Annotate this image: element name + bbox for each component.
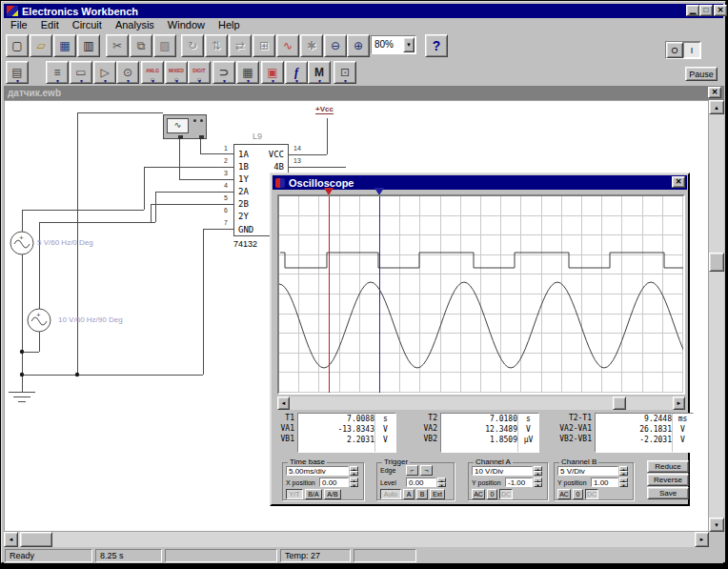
sources-bin-button[interactable]: ≡▼	[46, 61, 69, 84]
scroll-left-arrow[interactable]: ◄	[4, 532, 18, 547]
level-spinner[interactable]: ▲▼	[437, 478, 446, 487]
time-base-spinner[interactable]: ▲▼	[350, 466, 358, 476]
oscilloscope-instrument-icon[interactable]: ∿	[163, 114, 207, 139]
channel-b-zero-button[interactable]: 0	[573, 489, 583, 499]
new-file-button[interactable]: ▢	[6, 34, 29, 57]
zoom-in-button[interactable]: ⊕	[347, 34, 370, 57]
menu-file[interactable]: File	[4, 18, 34, 31]
minimize-button[interactable]: ▁	[686, 5, 699, 16]
trigger-b-button[interactable]: B	[416, 489, 428, 499]
power-off-half[interactable]: O	[666, 42, 683, 58]
component-properties-button[interactable]: ✱	[300, 34, 323, 57]
hscroll-thumb[interactable]	[20, 532, 52, 547]
channel-b-y-position-field[interactable]: 1.00	[591, 478, 618, 487]
level-field[interactable]: 0.00	[406, 478, 436, 487]
document-hscrollbar[interactable]: ◄ ►	[4, 532, 709, 547]
scroll-right-arrow[interactable]: ►	[695, 532, 709, 547]
menu-help[interactable]: Help	[212, 18, 247, 31]
combobox-dropdown-button[interactable]: ▼	[403, 37, 415, 52]
zoom-out-button[interactable]: ⊖	[324, 34, 347, 57]
spin-down-icon[interactable]: ▼	[534, 482, 542, 487]
maximize-button[interactable]: □	[699, 5, 713, 16]
paste-button[interactable]: ▨	[153, 34, 176, 57]
trigger-ext-button[interactable]: Ext	[430, 489, 445, 499]
scope-scroll-left-arrow[interactable]: ◄	[277, 396, 290, 410]
menu-window[interactable]: Window	[161, 18, 212, 31]
spin-down-icon[interactable]: ▼	[619, 471, 628, 476]
digital-ics-bin-button[interactable]: DIGIT○▼	[188, 61, 211, 84]
trigger-a-button[interactable]: A	[403, 489, 415, 499]
power-switch[interactable]: O I	[665, 41, 701, 59]
falling-edge-button[interactable]: ¬	[420, 465, 433, 476]
oscilloscope-window[interactable]: Oscilloscope ✕ ◄ ►	[270, 173, 690, 506]
flip-horizontal-button[interactable]: ⇄	[229, 34, 252, 57]
channel-b-ac-button[interactable]: AC	[557, 489, 571, 499]
source2-label[interactable]: 10 V/60 Hz/90 Deg	[58, 315, 123, 324]
menu-edit[interactable]: Edit	[34, 18, 66, 31]
open-file-button[interactable]: ▱	[30, 34, 52, 57]
favorites-bin-button[interactable]: ▤▼	[6, 61, 29, 84]
spin-down-icon[interactable]: ▼	[350, 482, 358, 487]
channel-a-scale-field[interactable]: 10 V/Div	[472, 466, 533, 476]
channel-a-y-position-spinner[interactable]: ▲▼	[534, 478, 542, 487]
channel-b-y-position-spinner[interactable]: ▲▼	[619, 478, 628, 487]
flip-vertical-button[interactable]: ⇅	[205, 34, 228, 57]
logic-gates-bin-button[interactable]: ⊃▼	[212, 61, 235, 84]
scope-scrollbar[interactable]: ◄ ►	[277, 396, 685, 410]
spin-down-icon[interactable]: ▼	[437, 482, 446, 487]
power-on-half[interactable]: I	[683, 42, 700, 58]
copy-button[interactable]: ⧉	[130, 34, 152, 57]
x-position-field[interactable]: 0.00	[319, 478, 349, 487]
rotate-button[interactable]: ↻	[181, 34, 204, 57]
zoom-level-combobox[interactable]: 80% ▼	[371, 35, 416, 54]
reduce-button[interactable]: Reduce	[647, 460, 689, 473]
basic-bin-button[interactable]: ▭▼	[70, 61, 92, 84]
channel-a-y-position-field[interactable]: -1.00	[505, 478, 533, 487]
reverse-button[interactable]: Reverse	[647, 474, 689, 486]
pause-button[interactable]: Pause	[685, 67, 718, 81]
digital-bin-button[interactable]: ▦▼	[236, 61, 259, 84]
rising-edge-button[interactable]: ⌐	[406, 465, 418, 476]
cut-button[interactable]: ✂	[106, 34, 129, 57]
channel-b-scale-spinner[interactable]: ▲▼	[619, 466, 628, 476]
miscellaneous-bin-button[interactable]: M▼	[308, 61, 331, 84]
scroll-up-arrow[interactable]: ▲	[709, 100, 724, 114]
source1-label[interactable]: 5 V/60 Hz/0 Deg	[37, 238, 93, 247]
cursor-2-line[interactable]	[379, 196, 380, 393]
menu-analysis[interactable]: Analysis	[109, 18, 161, 31]
oscilloscope-title-bar[interactable]: Oscilloscope ✕	[273, 175, 687, 190]
document-vscrollbar[interactable]: ▲ ▼	[709, 100, 724, 532]
x-position-spinner[interactable]: ▲▼	[350, 478, 358, 487]
save-button[interactable]: ▦	[53, 34, 76, 57]
document-close-button[interactable]: ✕	[708, 87, 721, 98]
spin-down-icon[interactable]: ▼	[619, 482, 628, 487]
scroll-down-arrow[interactable]: ▼	[709, 518, 724, 532]
subcircuit-button[interactable]: ⊞	[253, 34, 275, 57]
scope-scroll-thumb[interactable]	[613, 396, 626, 410]
transistors-bin-button[interactable]: ⊙▼	[116, 61, 139, 84]
ba-mode-button[interactable]: B/A	[305, 489, 322, 499]
vscroll-thumb[interactable]	[709, 253, 724, 272]
channel-b-dc-button[interactable]: DC	[585, 489, 598, 499]
controls-bin-button[interactable]: f▼	[285, 61, 308, 84]
save-scope-button[interactable]: Save	[647, 487, 689, 499]
spin-down-icon[interactable]: ▼	[350, 471, 358, 476]
yt-mode-button[interactable]: Y/T	[286, 489, 303, 499]
ab-mode-button[interactable]: A/B	[324, 489, 341, 499]
indicators-bin-button[interactable]: ▣▼	[261, 61, 284, 84]
instruments-bin-button[interactable]: ⊡▼	[334, 61, 356, 84]
document-title-bar[interactable]: датчик.ewb ✕	[4, 86, 724, 100]
analog-ics-bin-button[interactable]: ANLG○▼	[141, 61, 164, 84]
channel-a-zero-button[interactable]: 0	[487, 489, 497, 499]
channel-a-dc-button[interactable]: DC	[499, 489, 513, 499]
spin-down-icon[interactable]: ▼	[534, 471, 542, 476]
channel-b-scale-field[interactable]: 5 V/Div	[557, 466, 618, 476]
channel-a-ac-button[interactable]: AC	[472, 489, 485, 499]
print-button[interactable]: ▥	[77, 34, 100, 57]
display-graphs-button[interactable]: ∿	[276, 34, 299, 57]
diodes-bin-button[interactable]: ▷▼	[93, 61, 116, 84]
oscilloscope-close-button[interactable]: ✕	[672, 176, 685, 188]
menu-circuit[interactable]: Circuit	[66, 18, 109, 31]
trigger-auto-button[interactable]: Auto	[380, 489, 401, 499]
channel-a-scale-spinner[interactable]: ▲▼	[534, 466, 542, 476]
